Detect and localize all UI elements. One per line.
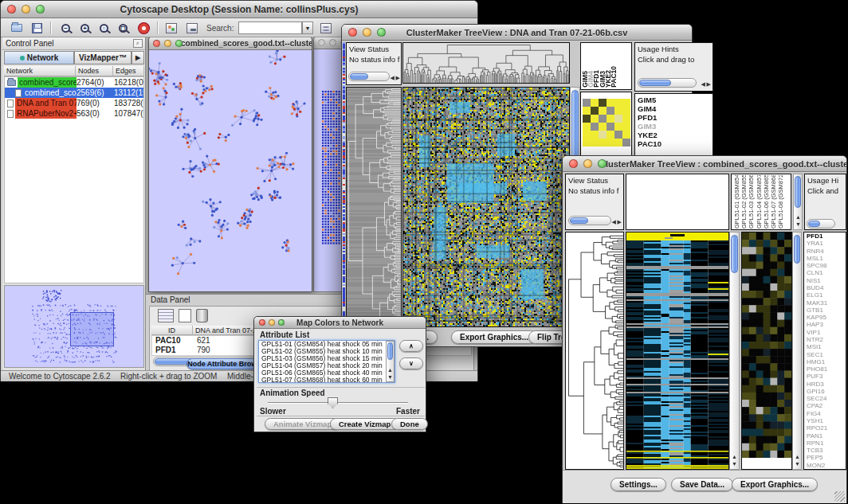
- matrix-cell[interactable]: [614, 131, 622, 139]
- network-row[interactable]: combined_sco2569(6)13112(15): [5, 88, 143, 98]
- annotation-icon[interactable]: [184, 21, 199, 35]
- view-status-hscrollbar[interactable]: [568, 216, 611, 225]
- network-row[interactable]: RNAPuberNov2+I563(0)107847(0): [5, 108, 143, 119]
- matrix-cell[interactable]: [622, 107, 630, 115]
- gene-list-item[interactable]: PUF3: [804, 373, 846, 380]
- search-input[interactable]: [238, 21, 302, 34]
- row-dendrogram-canvas[interactable]: [347, 88, 401, 326]
- matrix-cell[interactable]: [583, 107, 591, 115]
- birdseye-canvas[interactable]: [5, 286, 143, 367]
- main-title-bar[interactable]: Cytoscape Desktop (Session Name: collins…: [1, 1, 477, 18]
- scroll-right-icon[interactable]: ▶: [618, 219, 622, 225]
- close-button[interactable]: [259, 319, 265, 326]
- matrix-cell[interactable]: [614, 139, 622, 147]
- minimize-button[interactable]: [583, 159, 592, 168]
- gene-list-item[interactable]: NIS1: [804, 277, 846, 284]
- gene-list-item[interactable]: YSH1: [804, 417, 846, 424]
- gene-list-item[interactable]: TCB3: [804, 447, 846, 454]
- gene-list-item[interactable]: PFD1: [804, 232, 846, 240]
- heatmap-canvas[interactable]: [403, 88, 569, 326]
- zoom-heatmap-canvas[interactable]: [742, 232, 791, 458]
- matrix-cell[interactable]: [591, 99, 599, 107]
- open-session-icon[interactable]: [9, 21, 24, 35]
- gene-list-item[interactable]: FIG4: [804, 410, 846, 417]
- move-attribute-down-button[interactable]: ∨: [399, 357, 423, 369]
- row-dendrogram-canvas[interactable]: [566, 232, 623, 469]
- tab-vizmapper[interactable]: VizMapper™: [74, 51, 132, 64]
- gene-list-item[interactable]: SEC1: [804, 351, 846, 358]
- gene-list-item[interactable]: GIM3: [635, 122, 713, 131]
- zoom-selected-region-icon[interactable]: ▫: [96, 21, 112, 35]
- done-button[interactable]: Done: [391, 418, 428, 430]
- matrix-cell[interactable]: [583, 99, 591, 107]
- search-options-icon[interactable]: [318, 21, 333, 35]
- zoom-out-icon[interactable]: −: [58, 21, 73, 35]
- attribute-list-item[interactable]: GPL51-04 (GSM857) heat shock 20 min: [259, 362, 395, 369]
- vizmap-icon[interactable]: [163, 21, 179, 35]
- matrix-cell[interactable]: [614, 99, 622, 107]
- export-graphics-button[interactable]: Export Graphics...: [732, 478, 818, 491]
- scroll-down-icon[interactable]: ▼: [732, 461, 737, 467]
- view-status-hscrollbar[interactable]: [348, 72, 390, 81]
- gene-list-item[interactable]: RPN1: [804, 440, 846, 447]
- help-lifesaver-icon[interactable]: [136, 21, 151, 35]
- network-canvas-1[interactable]: [149, 50, 312, 291]
- gene-list-item[interactable]: HAP3: [804, 321, 846, 328]
- animation-speed-slider-track[interactable]: [268, 402, 408, 404]
- matrix-cell[interactable]: [599, 107, 607, 115]
- gene-list-item[interactable]: MAK31: [804, 299, 846, 307]
- network-window-1[interactable]: combined_scores_good.txt--cluste...: [148, 37, 312, 292]
- zoom-button[interactable]: [36, 5, 45, 14]
- attribute-list-item[interactable]: GPL51-03 (GSM856) heat shock 15 min: [259, 355, 395, 362]
- gene-list-item[interactable]: GTB1: [804, 307, 846, 314]
- gene-list-item[interactable]: SEC24: [804, 395, 846, 402]
- matrix-cell[interactable]: [583, 115, 591, 123]
- matrix-cell[interactable]: [591, 123, 599, 131]
- gene-list-item[interactable]: MSL1: [804, 255, 846, 262]
- matrix-cell[interactable]: [591, 107, 599, 115]
- gene-list-item[interactable]: NTR2: [804, 336, 846, 343]
- animation-speed-slider-thumb[interactable]: [328, 397, 338, 408]
- scroll-up-icon[interactable]: ▲: [795, 454, 800, 460]
- matrix-cell[interactable]: [599, 123, 607, 131]
- close-button[interactable]: [569, 159, 578, 168]
- treeview2-zoom-heatmap-panel[interactable]: [741, 232, 792, 470]
- column-header-network[interactable]: Network: [4, 66, 76, 76]
- matrix-cell[interactable]: [599, 131, 607, 139]
- zoom-button[interactable]: [598, 159, 607, 168]
- animate-vizmap-button[interactable]: Animate Vizmap: [265, 418, 340, 430]
- attribute-list-item[interactable]: GPL51-06 (GSM865) heat shock 40 min: [259, 369, 395, 377]
- matrix-cell[interactable]: [614, 123, 622, 131]
- gene-list-item[interactable]: PFD1: [635, 113, 713, 122]
- zoom-matrix[interactable]: [583, 99, 630, 147]
- zoom-button[interactable]: [278, 319, 285, 326]
- scroll-right-icon[interactable]: ▶: [707, 81, 711, 88]
- matrix-cell[interactable]: [622, 123, 630, 131]
- close-button[interactable]: [7, 5, 16, 14]
- gene-list-item[interactable]: MON2: [804, 462, 846, 469]
- save-data-button[interactable]: Save Data...: [671, 478, 733, 491]
- treeview1-export-graphics-button[interactable]: Export Graphics...: [451, 330, 537, 344]
- usage-hints-hscrollbar[interactable]: [807, 219, 835, 229]
- scroll-up-icon[interactable]: ▲: [387, 367, 393, 373]
- matrix-cell[interactable]: [607, 123, 614, 131]
- treeview1-row-dendrogram-panel[interactable]: [346, 87, 402, 327]
- matrix-cell[interactable]: [583, 139, 591, 147]
- matrix-cell[interactable]: [622, 99, 630, 107]
- close-button[interactable]: [153, 40, 160, 47]
- matrix-cell[interactable]: [622, 139, 630, 147]
- treeview1-column-dendrogram-panel[interactable]: [402, 42, 570, 84]
- treeview1-title-bar[interactable]: ClusterMaker TreeView : DNA and Tran 07-…: [342, 25, 692, 41]
- settings-button[interactable]: Settings...: [610, 478, 666, 491]
- gene-list-item[interactable]: VIP1: [804, 329, 846, 336]
- gene-list-item[interactable]: PHO81: [804, 365, 846, 373]
- zoom-button[interactable]: [175, 40, 183, 47]
- create-vizmap-button[interactable]: Create Vizmap: [330, 418, 399, 430]
- save-session-icon[interactable]: [29, 21, 45, 35]
- column-dendrogram-canvas[interactable]: [403, 43, 569, 83]
- scroll-down-icon[interactable]: ▼: [795, 461, 800, 467]
- treeview2-title-bar[interactable]: ClusterMaker TreeView : combined_scores_…: [563, 156, 846, 172]
- minimize-button[interactable]: [363, 28, 371, 37]
- matrix-cell[interactable]: [591, 115, 599, 123]
- matrix-cell[interactable]: [607, 99, 614, 107]
